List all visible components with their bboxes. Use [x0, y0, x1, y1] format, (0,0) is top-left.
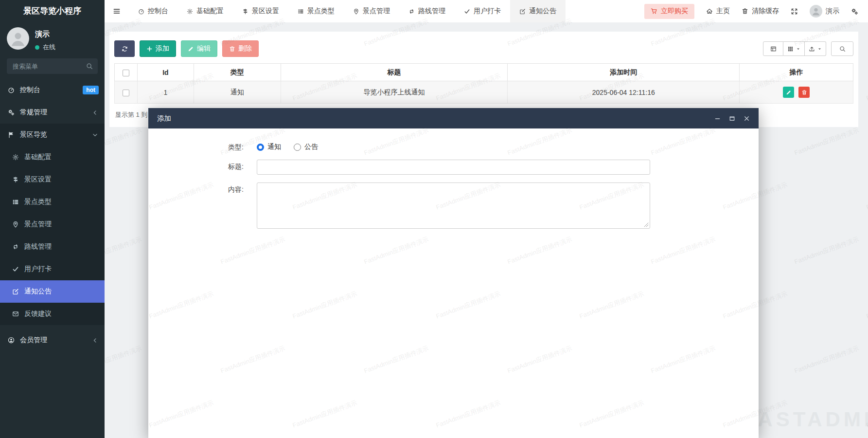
- radio-label: 公告: [304, 143, 318, 151]
- user-menu[interactable]: 演示: [810, 5, 839, 18]
- sidebar-item-label: 会员管理: [20, 336, 47, 345]
- tab-spot-manage[interactable]: 景点管理: [344, 0, 399, 22]
- home-icon: [706, 8, 713, 15]
- sidebar-item-member-manage[interactable]: 会员管理: [0, 329, 105, 351]
- search-icon[interactable]: [86, 63, 93, 70]
- row-delete-button[interactable]: [798, 87, 810, 98]
- cell-type: 通知: [194, 81, 281, 104]
- tab-label: 控制台: [148, 7, 168, 16]
- resize-grip-icon[interactable]: [644, 222, 649, 227]
- hamburger-icon: [113, 7, 121, 15]
- sidebar-item-scenic-settings[interactable]: 景区设置: [0, 168, 105, 191]
- delete-button[interactable]: 删除: [222, 40, 259, 57]
- avatar: [810, 5, 822, 18]
- settings-gears-icon[interactable]: [851, 8, 858, 15]
- person-icon: [811, 6, 821, 17]
- clear-cache-button[interactable]: 清除缓存: [742, 7, 779, 16]
- user-status: 在线: [43, 43, 55, 52]
- search-icon: [839, 46, 846, 52]
- sidebar-item-spot-types[interactable]: 景点类型: [0, 191, 105, 213]
- sidebar-item-notice[interactable]: 通知公告: [0, 280, 105, 303]
- sidebar-item-scenic-guide[interactable]: 景区导览: [0, 124, 105, 146]
- sidebar: 景区导览小程序 演示 在线 控制台 hot 常规管理 景区导览: [0, 0, 105, 438]
- sidebar-item-feedback[interactable]: 反馈建议: [0, 303, 105, 325]
- delete-button-label: 删除: [238, 44, 252, 53]
- tab-notice[interactable]: 通知公告: [510, 0, 566, 22]
- table-row[interactable]: 1 通知 导览小程序上线通知 2025-06-04 12:11:16: [115, 81, 853, 104]
- refresh-button[interactable]: [114, 40, 135, 57]
- tab-user-checkin[interactable]: 用户打卡: [455, 0, 510, 22]
- fullscreen-icon[interactable]: [791, 8, 798, 15]
- gear-icon: [12, 154, 19, 161]
- add-dialog: 添加 类型: 通知 公告: [148, 108, 759, 438]
- close-icon[interactable]: [744, 115, 750, 122]
- cell-id: 1: [137, 81, 194, 104]
- buy-now-label: 立即购买: [661, 7, 688, 16]
- clear-cache-label: 清除缓存: [752, 7, 779, 16]
- table-search-button[interactable]: [831, 41, 853, 56]
- announcement-radio[interactable]: [294, 144, 301, 151]
- sidebar-item-base-config[interactable]: 基础配置: [0, 146, 105, 168]
- type-label: 类型:: [148, 140, 244, 152]
- tab-label: 景区设置: [252, 7, 279, 16]
- tab-label: 基础配置: [196, 7, 224, 16]
- sidebar-item-user-checkin[interactable]: 用户打卡: [0, 258, 105, 280]
- minimize-icon[interactable]: [714, 115, 721, 122]
- trash-icon: [742, 8, 748, 15]
- column-header-actions: 操作: [740, 64, 853, 81]
- tab-base-config[interactable]: 基础配置: [177, 0, 233, 22]
- tab-scenic-settings[interactable]: 景区设置: [233, 0, 288, 22]
- pencil-icon: [786, 90, 792, 95]
- title-input[interactable]: [257, 160, 650, 175]
- sidebar-item-console[interactable]: 控制台 hot: [0, 79, 105, 101]
- trash-icon: [229, 46, 235, 52]
- row-checkbox[interactable]: [123, 90, 129, 96]
- buy-now-button[interactable]: 立即购买: [644, 4, 694, 19]
- row-edit-button[interactable]: [783, 87, 794, 98]
- edit-button-label: 编辑: [197, 44, 211, 53]
- toggle-view-button[interactable]: [763, 41, 783, 56]
- user-panel: 演示 在线: [0, 22, 105, 55]
- home-label: 主页: [716, 7, 730, 16]
- add-button[interactable]: 添加: [140, 40, 176, 57]
- notice-radio[interactable]: [257, 144, 264, 151]
- tab-console[interactable]: 控制台: [129, 0, 177, 22]
- view-button-group: [763, 41, 826, 56]
- content-textarea[interactable]: [257, 182, 650, 229]
- columns-dropdown-button[interactable]: [783, 41, 805, 56]
- type-radio-group: 通知 公告: [257, 140, 650, 151]
- content-label: 内容:: [148, 182, 244, 229]
- edit-icon: [12, 288, 19, 295]
- home-link[interactable]: 主页: [706, 7, 730, 16]
- title-label: 标题:: [148, 160, 244, 175]
- top-navbar: 控制台 基础配置 景区设置 景点类型 景点管理 路线管理 用户打卡 通知公告 立…: [105, 0, 868, 22]
- sidebar-item-spot-manage[interactable]: 景点管理: [0, 213, 105, 236]
- check-icon: [12, 266, 19, 273]
- menu-search-input[interactable]: [7, 58, 98, 74]
- pencil-icon: [188, 46, 194, 52]
- user-circle-icon: [8, 337, 15, 344]
- user-name: 演示: [35, 30, 55, 39]
- check-icon: [464, 8, 470, 15]
- radio-option-announcement[interactable]: 公告: [294, 143, 318, 151]
- cell-actions: [740, 81, 853, 104]
- sidebar-item-route-manage[interactable]: 路线管理: [0, 236, 105, 258]
- sidebar-toggle-button[interactable]: [105, 0, 129, 22]
- export-dropdown-button[interactable]: [805, 41, 826, 56]
- sidebar-item-general-manage[interactable]: 常规管理: [0, 101, 105, 124]
- person-icon: [8, 29, 28, 48]
- repeat-icon: [408, 8, 415, 15]
- radio-option-notice[interactable]: 通知: [257, 143, 281, 151]
- menu-divider: [0, 325, 105, 329]
- trash-icon: [801, 90, 807, 95]
- tab-spot-types[interactable]: 景点类型: [288, 0, 344, 22]
- maximize-icon[interactable]: [729, 115, 735, 122]
- hot-badge: hot: [83, 86, 99, 94]
- notice-table: Id 类型 标题 添加时间 操作 1 通知 导览小程序上线通知 2025-06-…: [114, 63, 853, 104]
- tab-route-manage[interactable]: 路线管理: [399, 0, 455, 22]
- tab-label: 景点管理: [363, 7, 390, 16]
- select-all-checkbox[interactable]: [123, 70, 129, 76]
- edit-button[interactable]: 编辑: [181, 40, 217, 57]
- dialog-header[interactable]: 添加: [148, 108, 759, 128]
- list-icon: [298, 8, 304, 15]
